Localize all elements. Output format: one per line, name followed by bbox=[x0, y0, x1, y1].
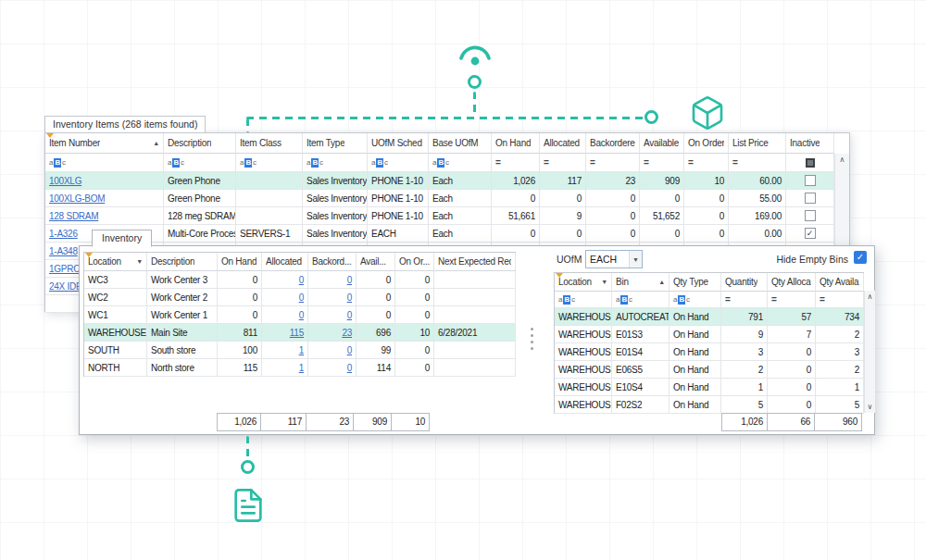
column-header-item-type[interactable]: Item Type bbox=[303, 133, 368, 154]
filter-cell-base-uofm[interactable]: aBc bbox=[429, 154, 492, 172]
filter-cell-allocated[interactable]: = bbox=[540, 154, 586, 172]
filter-cell-uofm-sched[interactable]: aBc bbox=[368, 154, 429, 172]
scroll-up-icon[interactable]: ∧ bbox=[865, 292, 875, 301]
column-header-backord[interactable]: Backord... bbox=[308, 253, 357, 271]
location-inventory-grid: Location▼DescriptionOn HandAllocatedBack… bbox=[83, 252, 516, 377]
cell-link[interactable]: 1 bbox=[299, 363, 304, 373]
total-value: 23 bbox=[306, 413, 354, 431]
total-value: 10 bbox=[391, 413, 430, 431]
filter-cell-qty-alloca[interactable]: = bbox=[768, 292, 816, 308]
filter-cell-on-order[interactable]: = bbox=[684, 154, 729, 172]
equals-filter-icon: = bbox=[544, 157, 549, 168]
cell-link[interactable]: 0 bbox=[299, 310, 304, 320]
filter-cell-available[interactable]: = bbox=[640, 154, 684, 172]
column-label: Available bbox=[644, 138, 679, 148]
cell-location: WC2 bbox=[84, 289, 147, 306]
column-header-qty-type[interactable]: Qty Type bbox=[669, 273, 721, 292]
column-header-qty-availa[interactable]: Qty Availa... bbox=[816, 273, 864, 292]
filter-cell-list-price[interactable]: = bbox=[729, 154, 786, 172]
tab-inventory[interactable]: Inventory bbox=[92, 230, 152, 247]
column-header-qty-alloca[interactable]: Qty Alloca... bbox=[768, 273, 816, 292]
text-filter-icon: aBc bbox=[673, 294, 690, 305]
column-header-location[interactable]: Location▼ bbox=[84, 253, 147, 271]
cell-link[interactable]: 0 bbox=[299, 275, 304, 285]
column-header-location[interactable]: Location▼ bbox=[555, 273, 612, 292]
splitter-handle[interactable] bbox=[528, 328, 535, 350]
column-label: On Hand bbox=[495, 138, 531, 148]
cell-link[interactable]: 1-A326 bbox=[49, 229, 78, 239]
filter-cell-item-type[interactable]: aBc bbox=[303, 154, 368, 172]
cell-allocated: 0 bbox=[540, 225, 586, 243]
column-header-on-or[interactable]: On Or... bbox=[395, 253, 434, 271]
column-header-available[interactable]: Available bbox=[640, 133, 684, 154]
filter-cell-on-hand[interactable]: = bbox=[492, 154, 540, 172]
filter-cell-backordered[interactable]: = bbox=[586, 154, 640, 172]
cell-link[interactable]: 0 bbox=[347, 345, 352, 355]
column-header-base-uofm[interactable]: Base UOfM bbox=[429, 133, 492, 154]
column-header-bin[interactable]: Bin▲ bbox=[612, 273, 669, 292]
bins-grid-scrollbar[interactable]: ∧ ∨ bbox=[864, 291, 875, 413]
cell-link[interactable]: 128 SDRAM bbox=[49, 211, 98, 221]
cell-link[interactable]: 0 bbox=[299, 292, 304, 303]
filter-cell-location[interactable]: aBc bbox=[555, 292, 612, 308]
scroll-up-icon[interactable]: ∧ bbox=[835, 156, 849, 164]
filter-cell-bin[interactable]: aBc bbox=[612, 292, 669, 308]
column-header-item-number[interactable]: Item Number▲ bbox=[45, 133, 164, 154]
column-header-on-hand[interactable]: On Hand bbox=[218, 253, 262, 271]
inactive-checkbox[interactable] bbox=[805, 175, 816, 186]
cell-avail: 114 bbox=[357, 359, 395, 377]
cell-allocated: 117 bbox=[540, 172, 586, 190]
filter-cell-item-number[interactable]: aBc bbox=[45, 154, 164, 172]
cell-next-expected-rec bbox=[434, 306, 516, 324]
uofm-select[interactable]: EACH ▼ bbox=[585, 250, 643, 268]
column-header-inactive[interactable]: Inactive bbox=[786, 133, 834, 154]
cell-link[interactable]: 100XLG bbox=[49, 176, 81, 186]
cell-qty-alloca: 0 bbox=[768, 379, 816, 396]
filter-cell-qty-type[interactable]: aBc bbox=[669, 292, 721, 308]
column-header-backordered[interactable]: Backordered bbox=[586, 133, 640, 154]
column-header-allocated[interactable]: Allocated bbox=[540, 133, 586, 154]
cell-link[interactable]: 0 bbox=[347, 310, 352, 320]
cell-link[interactable]: 115 bbox=[290, 328, 304, 338]
column-header-quantity[interactable]: Quantity bbox=[721, 273, 768, 292]
column-header-avail[interactable]: Avail... bbox=[357, 253, 395, 271]
cell-avail: 99 bbox=[357, 342, 395, 359]
column-header-on-order[interactable]: On Order bbox=[684, 133, 729, 154]
cell-on-hand: 1,026 bbox=[492, 172, 540, 190]
column-header-next-expected-rec[interactable]: Next Expected Rec... bbox=[434, 253, 516, 271]
cell-link[interactable]: 0 bbox=[347, 363, 352, 373]
column-header-description[interactable]: Description bbox=[164, 133, 236, 154]
cell-link[interactable]: 100XLG-BOM bbox=[49, 193, 105, 204]
column-header-on-hand[interactable]: On Hand bbox=[492, 133, 540, 154]
cell-link[interactable]: 0 bbox=[347, 292, 352, 303]
select-dropdown-icon[interactable]: ▼ bbox=[629, 251, 642, 268]
column-header-uofm-sched[interactable]: UOfM Sched bbox=[368, 133, 429, 154]
inactive-checkbox[interactable] bbox=[805, 210, 816, 221]
inactive-checkbox[interactable]: ✓ bbox=[805, 228, 816, 239]
filter-cell-qty-availa[interactable]: = bbox=[816, 292, 864, 308]
cell-item-type: Sales Inventory bbox=[303, 225, 368, 243]
filter-funnel-icon bbox=[85, 253, 93, 257]
cell-link[interactable]: 1-A348 bbox=[49, 246, 78, 256]
cell-qty-type: On Hand bbox=[669, 326, 721, 343]
column-header-list-price[interactable]: List Price bbox=[729, 133, 786, 154]
cell-link[interactable]: 0 bbox=[347, 275, 352, 285]
column-header-item-class[interactable]: Item Class bbox=[236, 133, 303, 154]
filter-cell-item-class[interactable]: aBc bbox=[236, 154, 303, 172]
scroll-down-icon[interactable]: ∨ bbox=[865, 403, 875, 411]
column-header-description[interactable]: Description bbox=[147, 253, 218, 271]
cell-link[interactable]: 1 bbox=[299, 345, 304, 355]
cell-base-uofm: Each bbox=[429, 190, 492, 207]
column-header-allocated[interactable]: Allocated bbox=[262, 253, 308, 271]
filter-cell-description[interactable]: aBc bbox=[164, 154, 236, 172]
cell-link[interactable]: 24X IDE bbox=[49, 281, 82, 292]
filter-cell-quantity[interactable]: = bbox=[721, 292, 768, 308]
cell-link[interactable]: 23 bbox=[342, 328, 352, 338]
filter-cell-inactive[interactable] bbox=[786, 154, 834, 172]
signal-icon bbox=[454, 35, 496, 72]
cell-available: 0 bbox=[640, 190, 684, 207]
cell-item-class: SERVERS-1 bbox=[236, 225, 303, 243]
inactive-checkbox[interactable] bbox=[805, 193, 816, 204]
hide-empty-bins-checkbox[interactable]: ✓ bbox=[854, 251, 867, 264]
cell-quantity: 3 bbox=[721, 343, 768, 361]
